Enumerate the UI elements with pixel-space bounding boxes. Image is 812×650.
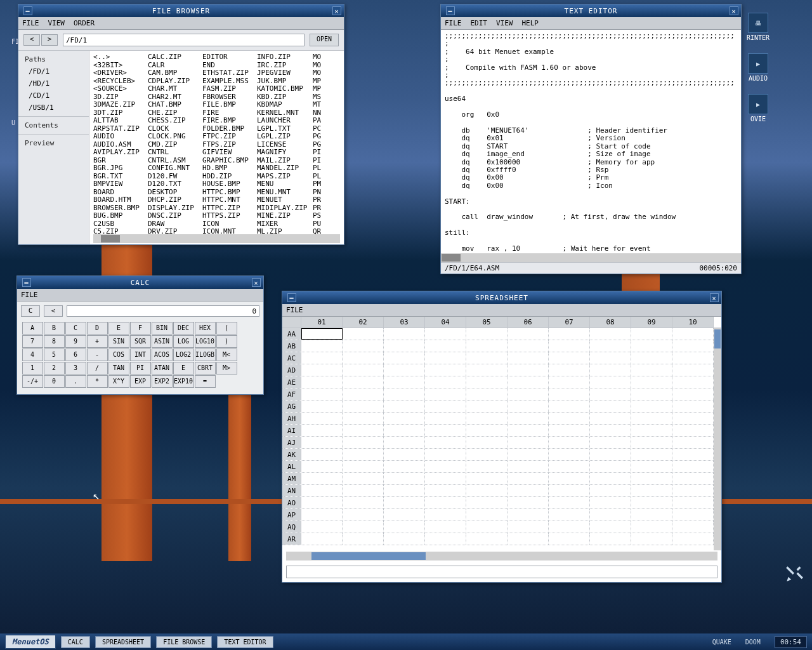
cell[interactable] xyxy=(549,401,590,412)
calc-key[interactable]: 7 xyxy=(22,335,43,348)
cell[interactable] xyxy=(425,521,466,533)
calc-key[interactable]: A xyxy=(22,322,43,335)
calc-key[interactable]: 3 xyxy=(65,362,86,375)
cell[interactable] xyxy=(384,533,425,545)
cell[interactable] xyxy=(425,401,466,412)
row-header[interactable]: AM xyxy=(282,473,301,484)
cell[interactable] xyxy=(466,473,508,484)
minimize-button[interactable]: ━ xyxy=(446,6,455,15)
close-button[interactable]: ✕ xyxy=(332,6,341,15)
cell[interactable] xyxy=(631,364,672,376)
col-header[interactable]: 07 xyxy=(549,317,590,328)
cell[interactable] xyxy=(508,401,549,412)
cell[interactable] xyxy=(590,388,631,400)
spreadsheet-vscrollbar[interactable] xyxy=(714,328,721,550)
calc-key[interactable]: M< xyxy=(216,348,237,361)
calc-key[interactable]: HEX xyxy=(195,322,216,335)
cell[interactable] xyxy=(301,449,343,460)
cell[interactable] xyxy=(549,449,590,460)
cell[interactable] xyxy=(466,376,508,388)
sidebar-contents[interactable]: Contents xyxy=(18,119,89,131)
row-header[interactable]: AL xyxy=(282,461,301,472)
cell[interactable] xyxy=(425,340,466,352)
cell[interactable] xyxy=(384,413,425,424)
task-button[interactable]: CALC xyxy=(61,636,90,648)
sidebar-path-item[interactable]: /HD/1 xyxy=(18,77,89,90)
cell[interactable] xyxy=(549,497,590,508)
calc-key[interactable]: ACOS xyxy=(152,348,173,361)
row-header[interactable]: AH xyxy=(282,413,301,424)
cell[interactable] xyxy=(549,485,590,496)
cell[interactable] xyxy=(384,509,425,521)
cell[interactable] xyxy=(672,401,714,412)
scroll-thumb[interactable] xyxy=(714,329,721,348)
cell[interactable] xyxy=(631,352,672,364)
cell[interactable] xyxy=(301,401,343,412)
calc-key[interactable]: BIN xyxy=(152,322,173,335)
row-header[interactable]: AB xyxy=(282,340,301,352)
cell[interactable] xyxy=(301,364,343,376)
spreadsheet-formula-bar[interactable] xyxy=(286,566,717,578)
cell[interactable] xyxy=(343,437,384,448)
cell[interactable] xyxy=(508,352,549,364)
cell[interactable] xyxy=(672,376,714,388)
cell[interactable] xyxy=(425,425,466,436)
cell[interactable] xyxy=(425,533,466,545)
calc-key[interactable]: LOG2 xyxy=(173,348,194,361)
cell[interactable] xyxy=(549,473,590,484)
cell[interactable] xyxy=(343,533,384,545)
file-list-col[interactable]: INFO.ZIP IRC.ZIP JPEGVIEW JUK.BMP KATOMI… xyxy=(257,53,307,233)
calc-key[interactable]: . xyxy=(65,375,86,388)
cell[interactable] xyxy=(384,521,425,533)
cell[interactable] xyxy=(466,497,508,508)
cell[interactable] xyxy=(466,437,508,448)
sidebar-path-item[interactable]: /FD/1 xyxy=(18,65,89,77)
cell[interactable] xyxy=(672,509,714,521)
calc-key[interactable]: E xyxy=(173,362,194,375)
cell[interactable] xyxy=(508,437,549,448)
cell[interactable] xyxy=(672,328,714,340)
close-button[interactable]: ✕ xyxy=(710,293,719,302)
cell[interactable] xyxy=(343,340,384,352)
cell[interactable] xyxy=(343,509,384,521)
cell[interactable] xyxy=(508,328,549,340)
cell[interactable] xyxy=(672,413,714,424)
cell[interactable] xyxy=(631,376,672,388)
cell[interactable] xyxy=(631,437,672,448)
cell[interactable] xyxy=(343,521,384,533)
row-header[interactable]: AP xyxy=(282,509,301,521)
cell[interactable] xyxy=(508,509,549,521)
cell[interactable] xyxy=(301,388,343,400)
cell[interactable] xyxy=(590,509,631,521)
calc-key[interactable]: EXP10 xyxy=(173,375,194,388)
calc-key[interactable]: - xyxy=(87,348,108,361)
cell[interactable] xyxy=(466,401,508,412)
calc-key[interactable]: SIN xyxy=(108,335,129,348)
tools-icon[interactable] xyxy=(785,565,801,580)
cell[interactable] xyxy=(343,364,384,376)
calc-key[interactable]: X^Y xyxy=(108,375,129,388)
cell[interactable] xyxy=(301,461,343,472)
col-header[interactable]: 06 xyxy=(508,317,549,328)
cell[interactable] xyxy=(466,328,508,340)
cell[interactable] xyxy=(549,388,590,400)
spreadsheet-hscrollbar[interactable] xyxy=(286,552,717,560)
calc-key[interactable]: E xyxy=(108,322,129,335)
cell[interactable] xyxy=(343,425,384,436)
cell[interactable] xyxy=(590,497,631,508)
calc-key[interactable]: COS xyxy=(108,348,129,361)
task-button[interactable]: TEXT EDITOR xyxy=(217,636,273,648)
cell[interactable] xyxy=(590,401,631,412)
calc-key[interactable]: * xyxy=(87,375,108,388)
cell[interactable] xyxy=(672,388,714,400)
cell[interactable] xyxy=(549,509,590,521)
cell[interactable] xyxy=(508,413,549,424)
calc-key[interactable]: C xyxy=(65,322,86,335)
cell[interactable] xyxy=(301,425,343,436)
cell[interactable] xyxy=(466,449,508,460)
cell[interactable] xyxy=(384,461,425,472)
row-header[interactable]: AF xyxy=(282,388,301,400)
cell[interactable] xyxy=(343,388,384,400)
calc-key[interactable]: INT xyxy=(130,348,151,361)
row-header[interactable]: AI xyxy=(282,425,301,436)
